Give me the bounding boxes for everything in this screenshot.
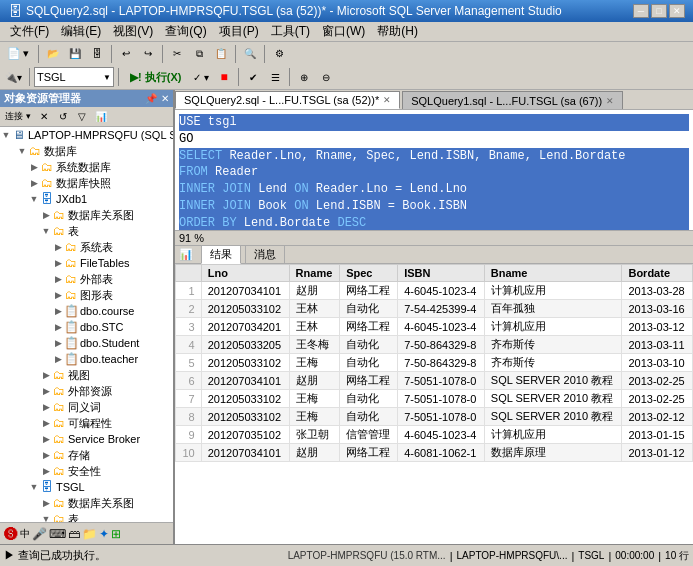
table-row[interactable]: 4201205033205王冬梅自动化7-50-864329-8齐布斯传2013… <box>176 336 693 354</box>
menu-item-q[interactable]: 查询(Q) <box>159 21 212 42</box>
expand-jxdb1[interactable]: ▼ <box>28 193 40 205</box>
expand-tables2[interactable]: ▼ <box>40 513 52 522</box>
new-query-btn[interactable]: 📄 ▾ <box>2 44 34 64</box>
expand-storage[interactable]: ▶ <box>40 449 52 461</box>
connect-btn[interactable]: 🔌▾ <box>2 67 25 87</box>
table-row[interactable]: 2201205033102王林自动化7-54-425399-4百年孤独2013-… <box>176 300 693 318</box>
zoom-in-btn[interactable]: ⊕ <box>294 67 314 87</box>
query-tab-1[interactable]: SQLQuery2.sql - L...FU.TSGL (sa (52))* ✕ <box>175 91 400 109</box>
query-tab-2[interactable]: SQLQuery1.sql - L...FU.TSGL (sa (67)) ✕ <box>402 91 623 109</box>
tree-item-course[interactable]: ▶ 📋 dbo.course <box>0 303 173 319</box>
cut-btn[interactable]: ✂ <box>167 44 187 64</box>
disconnect-btn[interactable]: ✕ <box>35 109 53 125</box>
expand-snapshot[interactable]: ▶ <box>28 177 40 189</box>
tree-item-tables1[interactable]: ▼ 🗂 表 <box>0 223 173 239</box>
expand-views[interactable]: ▶ <box>40 369 52 381</box>
db-selector[interactable]: TSGL ▼ <box>34 67 114 87</box>
menu-item-f[interactable]: 文件(F) <box>4 21 55 42</box>
tree-item-stc[interactable]: ▶ 📋 dbo.STC <box>0 319 173 335</box>
expand-course[interactable]: ▶ <box>52 305 64 317</box>
expand-diagrams1[interactable]: ▶ <box>40 209 52 221</box>
cancel-btn[interactable]: ■ <box>214 67 234 87</box>
expand-diagrams2[interactable]: ▶ <box>40 497 52 509</box>
menu-item-v[interactable]: 视图(V) <box>107 21 159 42</box>
results-btn[interactable]: ☰ <box>265 67 285 87</box>
settings-btn[interactable]: ⚙ <box>269 44 289 64</box>
expand-external-tables[interactable]: ▶ <box>52 273 64 285</box>
expand-stc[interactable]: ▶ <box>52 321 64 333</box>
filter-btn[interactable]: ▽ <box>73 109 91 125</box>
tree-view[interactable]: ▼ 🖥 LAPTOP-HMPRSQFU (SQL Server ... ▼ 🗂 … <box>0 127 173 522</box>
tree-item-jxdb1[interactable]: ▼ 🗄 JXdb1 <box>0 191 173 207</box>
expand-databases[interactable]: ▼ <box>16 145 28 157</box>
paste-btn[interactable]: 📋 <box>211 44 231 64</box>
expand-sys-tables[interactable]: ▶ <box>52 241 64 253</box>
tree-item-ext-resources[interactable]: ▶ 🗂 外部资源 <box>0 383 173 399</box>
tree-item-server[interactable]: ▼ 🖥 LAPTOP-HMPRSQFU (SQL Server ... <box>0 127 173 143</box>
tree-item-external-tables[interactable]: ▶ 🗂 外部表 <box>0 271 173 287</box>
query-editor[interactable]: USE tsgl GO SELECT Reader.Lno, Rname, Sp… <box>175 110 693 230</box>
table-row[interactable]: 8201205033102王梅自动化7-5051-1078-0SQL SERVE… <box>176 408 693 426</box>
tree-item-diagrams2[interactable]: ▶ 🗂 数据库关系图 <box>0 495 173 511</box>
expand-tsgl[interactable]: ▼ <box>28 481 40 493</box>
save-all-btn[interactable]: 🗄 <box>87 44 107 64</box>
query-tab-2-close[interactable]: ✕ <box>606 96 614 106</box>
tree-item-snapshot[interactable]: ▶ 🗂 数据库快照 <box>0 175 173 191</box>
table-row[interactable]: 10201207034101赵朋网络工程4-6081-1062-1数据库原理20… <box>176 444 693 462</box>
tree-item-storage[interactable]: ▶ 🗂 存储 <box>0 447 173 463</box>
tree-item-synonyms[interactable]: ▶ 🗂 同义词 <box>0 399 173 415</box>
expand-filetables[interactable]: ▶ <box>52 257 64 269</box>
menu-item-p[interactable]: 项目(P) <box>213 21 265 42</box>
expand-programmability[interactable]: ▶ <box>40 417 52 429</box>
table-row[interactable]: 7201205033102王梅自动化7-5051-1078-0SQL SERVE… <box>176 390 693 408</box>
menu-item-t[interactable]: 工具(T) <box>265 21 316 42</box>
results-tab-results[interactable]: 结果 <box>201 246 241 264</box>
query-tab-1-close[interactable]: ✕ <box>383 95 391 105</box>
table-row[interactable]: 1201207034101赵朋网络工程4-6045-1023-4计算机应用201… <box>176 282 693 300</box>
expand-server[interactable]: ▼ <box>0 129 12 141</box>
results-tab-messages[interactable]: 消息 <box>245 246 285 264</box>
tree-item-service-broker[interactable]: ▶ 🗂 Service Broker <box>0 431 173 447</box>
report-btn[interactable]: 📊 <box>92 109 110 125</box>
tree-item-graph-tables[interactable]: ▶ 🗂 图形表 <box>0 287 173 303</box>
tree-item-sys-tables[interactable]: ▶ 🗂 系统表 <box>0 239 173 255</box>
expand-graph-tables[interactable]: ▶ <box>52 289 64 301</box>
find-btn[interactable]: 🔍 <box>240 44 260 64</box>
tree-item-teacher[interactable]: ▶ 📋 dbo.teacher <box>0 351 173 367</box>
table-row[interactable]: 6201207034101赵朋网络工程7-5051-1078-0SQL SERV… <box>176 372 693 390</box>
tree-item-security[interactable]: ▶ 🗂 安全性 <box>0 463 173 479</box>
tree-item-views[interactable]: ▶ 🗂 视图 <box>0 367 173 383</box>
tree-item-filetables[interactable]: ▶ 🗂 FileTables <box>0 255 173 271</box>
table-row[interactable]: 3201207034201王林网络工程4-6045-1023-4计算机应用201… <box>176 318 693 336</box>
undo-btn[interactable]: ↩ <box>116 44 136 64</box>
parse-btn[interactable]: ✔ <box>243 67 263 87</box>
tree-item-tables2[interactable]: ▼ 🗂 表 <box>0 511 173 522</box>
expand-tables1[interactable]: ▼ <box>40 225 52 237</box>
tree-item-student[interactable]: ▶ 📋 dbo.Student <box>0 335 173 351</box>
minimize-button[interactable]: ─ <box>633 4 649 18</box>
menu-item-h[interactable]: 帮助(H) <box>371 21 424 42</box>
zoom-out-btn[interactable]: ⊖ <box>316 67 336 87</box>
expand-synonyms[interactable]: ▶ <box>40 401 52 413</box>
copy-btn[interactable]: ⧉ <box>189 44 209 64</box>
redo-btn[interactable]: ↪ <box>138 44 158 64</box>
tree-item-databases[interactable]: ▼ 🗂 数据库 <box>0 143 173 159</box>
save-btn[interactable]: 💾 <box>65 44 85 64</box>
close-button[interactable]: ✕ <box>669 4 685 18</box>
expand-service-broker[interactable]: ▶ <box>40 433 52 445</box>
maximize-button[interactable]: □ <box>651 4 667 18</box>
expand-security[interactable]: ▶ <box>40 465 52 477</box>
expand-student[interactable]: ▶ <box>52 337 64 349</box>
tree-item-programmability[interactable]: ▶ 🗂 可编程性 <box>0 415 173 431</box>
panel-pin-btn[interactable]: 📌 <box>145 93 157 104</box>
expand-system-db[interactable]: ▶ <box>28 161 40 173</box>
expand-ext-resources[interactable]: ▶ <box>40 385 52 397</box>
table-row[interactable]: 5201205033102王梅自动化7-50-864329-8齐布斯传2013-… <box>176 354 693 372</box>
expand-teacher[interactable]: ▶ <box>52 353 64 365</box>
panel-close-btn[interactable]: ✕ <box>161 93 169 104</box>
tree-item-diagrams1[interactable]: ▶ 🗂 数据库关系图 <box>0 207 173 223</box>
connect-new-btn[interactable]: 连接 ▾ <box>2 109 34 125</box>
menu-item-e[interactable]: 编辑(E) <box>55 21 107 42</box>
tree-item-tsgl[interactable]: ▼ 🗄 TSGL <box>0 479 173 495</box>
table-row[interactable]: 9201207035102张卫朝信管管理4-6045-1023-4计算机应用20… <box>176 426 693 444</box>
